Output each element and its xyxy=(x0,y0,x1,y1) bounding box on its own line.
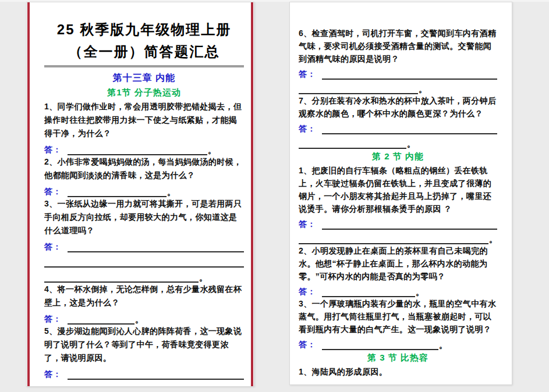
question-line: 上，火车驶过辐条仍留在铁轨上，并且变成了很薄的 xyxy=(299,177,497,190)
answer-row: 。 xyxy=(299,80,497,94)
answer-label: 答： xyxy=(44,186,68,197)
answer-blank-line xyxy=(322,287,415,297)
question-line: 操作时往往把胶带用力抹一下使之与纸紧贴，才能揭 xyxy=(44,113,244,127)
question-line: 5、漫步湖边能闻到沁人心脾的阵阵荷香，这一现象说 xyxy=(44,325,244,338)
question-line: 1、海陆风的形成原因。 xyxy=(299,365,497,378)
question-line: 气味，要求司机必须接受酒精含量的测试。交警能闻 xyxy=(299,40,497,52)
section-heading: 第 3 节 比热容 xyxy=(299,351,497,365)
question: 5、漫步湖边能闻到沁人心脾的阵阵荷香，这一现象说明了说明了什么？等到了中午，荷香… xyxy=(44,325,244,365)
question: 6、检查酒驾时，司机打开车窗，交警闻到车内有酒精气味，要求司机必须接受酒精含量的… xyxy=(299,27,497,65)
answer-label: 答： xyxy=(44,241,68,252)
answer-blank-line xyxy=(44,257,244,268)
answer: 答：。 xyxy=(299,283,497,297)
answer-period: 。 xyxy=(207,145,216,155)
answer-label: 答： xyxy=(299,338,322,350)
question: 4、将一杯水倒掉，无论怎样倒，总有少量水残留在杯壁上，这是为什么？ xyxy=(44,283,244,309)
answer-blank-line xyxy=(68,242,244,252)
answer-period: 。 xyxy=(167,187,175,197)
question: 1、同学们做作业时，常会用透明胶带把错处揭去，但操作时往往把胶带用力抹一下使之与… xyxy=(44,100,244,140)
question-line: 他都能闻到淡淡的清香味，这是为什么？ xyxy=(44,169,244,182)
document-viewport[interactable]: 25 秋季版九年级物理上册（全一册）简答题汇总第十三章 内能第1节 分子热运动1… xyxy=(0,0,549,392)
answer-row: 答： xyxy=(299,65,497,80)
answer: 答：。 xyxy=(299,120,497,149)
question: 7、分别在装有冷水和热水的杯中放入茶叶，两分钟后观察水的颜色，哪个杯中水的颜色更… xyxy=(299,94,497,120)
page-1-content: 25 秋季版九年级物理上册（全一册）简答题汇总第十三章 内能第1节 分子热运动1… xyxy=(27,2,254,386)
answer-label: 答： xyxy=(44,313,68,325)
answer-row: 答：。 xyxy=(44,309,244,325)
answer: 答：。 xyxy=(44,182,244,197)
answer-blank-line xyxy=(299,84,418,94)
question-line: 水。他想“杯子静止在桌面上，那么杯内水的动能为 xyxy=(299,257,497,270)
answer-label: 答： xyxy=(299,286,322,297)
answer-row: 答： xyxy=(299,215,497,230)
question: 3、一个厚玻璃瓶内装有少量的水，瓶里的空气中有水蒸气。用打气筒往瓶里打气，当瓶塞… xyxy=(299,297,497,336)
question: 2、小伟非常爱喝妈妈做的汤，每当妈妈做汤的时候，他都能闻到淡淡的清香味，这是为什… xyxy=(44,155,244,182)
answer-blank-line xyxy=(322,219,497,230)
answer-blank-line xyxy=(322,340,438,350)
answer: 答：。 xyxy=(299,336,497,350)
answer: 答：。 xyxy=(44,237,244,283)
answer-blank-line xyxy=(44,272,199,283)
question: 3、一张纸从边缘一用力就可将其撕开，可是若用两只手向相反方向拉纸，却要用较大的力… xyxy=(44,197,244,237)
answer-blank-line xyxy=(299,234,488,244)
question-line: 零。”可杯内水的内能是否真的为零吗？ xyxy=(299,270,497,283)
question-line: 2、小伟非常爱喝妈妈做的汤，每当妈妈做汤的时候， xyxy=(44,155,244,169)
question-line: 了，请说明原因。 xyxy=(44,351,244,365)
answer-row: 。 xyxy=(299,230,497,244)
chapter-heading: 第十三章 内能 xyxy=(44,71,244,85)
answer-label: 答： xyxy=(44,144,68,155)
question-line: 蒸气。用打气筒往瓶里打气，当瓶塞被崩起时，可以 xyxy=(299,310,497,323)
question: 2、小明发现静止在桌面上的茶杯里有自己未喝完的水。他想“杯子静止在桌面上，那么杯… xyxy=(299,244,497,283)
answer-row: 答： xyxy=(44,237,244,252)
answer-row: 答：。 xyxy=(299,283,497,297)
document-title-line: 25 秋季版九年级物理上册 xyxy=(44,19,244,41)
title-divider-rule xyxy=(44,65,244,67)
question-line: 观察水的颜色，哪个杯中水的颜色更深？为什么？ xyxy=(299,107,497,120)
answer-blank-line xyxy=(44,384,102,386)
question-line: 说烫手。请你分析那根辐条烫手的原因 ？ xyxy=(299,202,497,215)
question-line: 到酒精气味的原因是说明？ xyxy=(299,52,497,65)
answer-row: 。 xyxy=(299,134,497,149)
question-line: 手向相反方向拉纸，却要用较大的力气，你知道这是 xyxy=(44,211,244,224)
question-line: 1、同学们做作业时，常会用透明胶带把错处揭去，但 xyxy=(44,100,244,113)
answer-period: 。 xyxy=(488,234,497,244)
question-line: 3、一个厚玻璃瓶内装有少量的水，瓶里的空气中有水 xyxy=(299,297,497,310)
question-line: 明了说明了什么？等到了中午，荷香味竟变得更浓 xyxy=(44,338,244,351)
answer-blank-line xyxy=(68,314,134,325)
answer-period: 。 xyxy=(418,84,427,94)
question-line: 得干净，为什么？ xyxy=(44,127,244,140)
answer-period: 。 xyxy=(406,138,415,149)
question-line: 4、将一杯水倒掉，无论怎样倒，总有少量水残留在杯 xyxy=(44,283,244,296)
section-heading: 第 2 节 内能 xyxy=(299,149,497,163)
question-line: 3、一张纸从边缘一用力就可将其撕开，可是若用两只 xyxy=(44,197,244,211)
answer-blank-line xyxy=(68,145,207,155)
page-2[interactable]: 6、检查酒驾时，司机打开车窗，交警闻到车内有酒精气味，要求司机必须接受酒精含量的… xyxy=(289,2,512,385)
answer-blank-line xyxy=(322,124,497,134)
question-line: 2、小明发现静止在桌面上的茶杯里有自己未喝完的 xyxy=(299,244,497,257)
question: 1、把废旧的自行车辐条（略粗点的钢丝）丢在铁轨上，火车驶过辐条仍留在铁轨上，并且… xyxy=(299,164,497,215)
document-title: 25 秋季版九年级物理上册（全一册）简答题汇总 xyxy=(44,19,244,63)
answer-label: 答： xyxy=(299,218,322,230)
answer-row: 答： xyxy=(299,120,497,134)
answer-period: 。 xyxy=(199,272,207,283)
answer-blank-line xyxy=(322,69,497,80)
answer-period: 。 xyxy=(102,384,111,386)
answer-row xyxy=(44,252,244,268)
answer-row: 答：。 xyxy=(299,336,497,350)
answer-period: 。 xyxy=(134,314,143,325)
answer-row: 答：。 xyxy=(44,182,244,197)
section-heading: 第1节 分子热运动 xyxy=(44,85,244,99)
answer: 答：。 xyxy=(44,309,244,325)
question-line: 1、把废旧的自行车辐条（略粗点的钢丝）丢在铁轨 xyxy=(299,164,497,177)
answer-blank-line xyxy=(68,187,167,197)
answer-row: 答：。 xyxy=(44,140,244,155)
question: 1、海陆风的形成原因。 xyxy=(299,365,497,378)
page-2-content: 6、检查酒驾时，司机打开车窗，交警闻到车内有酒精气味，要求司机必须接受酒精含量的… xyxy=(290,2,512,384)
answer: 答：。 xyxy=(299,65,497,94)
answer-blank-line xyxy=(299,138,406,149)
question-line: 钢片，一个小朋友将其拾起并且马上扔掉了，嘴里还 xyxy=(299,190,497,202)
question-line: 看到瓶内有大量的白气产生。这一现象说明了说明？ xyxy=(299,323,497,336)
answer-row: 。 xyxy=(44,268,244,283)
document-title-line: （全一册）简答题汇总 xyxy=(44,41,244,63)
page-1[interactable]: 25 秋季版九年级物理上册（全一册）简答题汇总第十三章 内能第1节 分子热运动1… xyxy=(26,2,254,387)
